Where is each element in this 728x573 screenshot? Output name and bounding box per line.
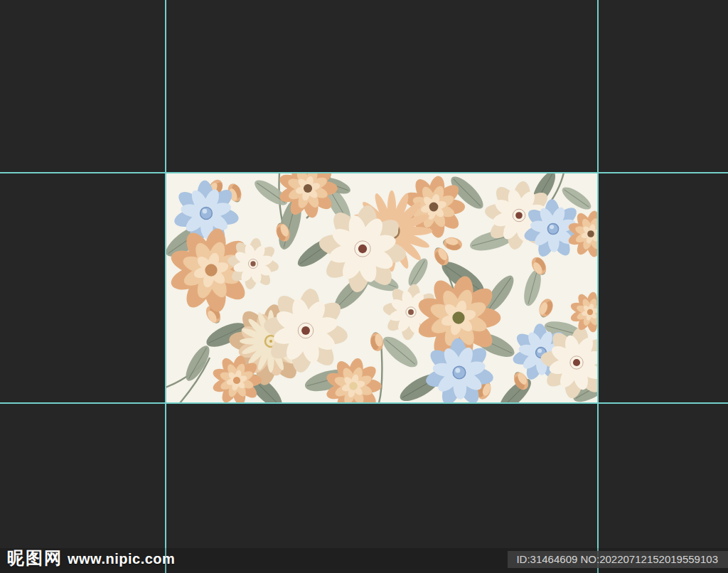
guide-vertical[interactable] [165, 0, 166, 573]
guide-horizontal[interactable] [0, 172, 728, 173]
watermark-url: www.nipic.com [68, 551, 175, 567]
canvas-pasteboard: 昵图网 www.nipic.com ID:31464609 NO:2022071… [0, 0, 728, 573]
image-id-label: ID:31464609 NO:20220712152019559103 [508, 551, 728, 568]
floral-pattern-image[interactable] [166, 173, 598, 403]
watermark: 昵图网 www.nipic.com [7, 547, 175, 569]
guide-horizontal[interactable] [0, 402, 728, 404]
floral-pattern-artwork [166, 173, 598, 403]
image-id-text: ID:31464609 NO:20220712152019559103 [516, 553, 718, 565]
guide-vertical[interactable] [597, 0, 599, 573]
watermark-site-name: 昵图网 [7, 547, 63, 569]
